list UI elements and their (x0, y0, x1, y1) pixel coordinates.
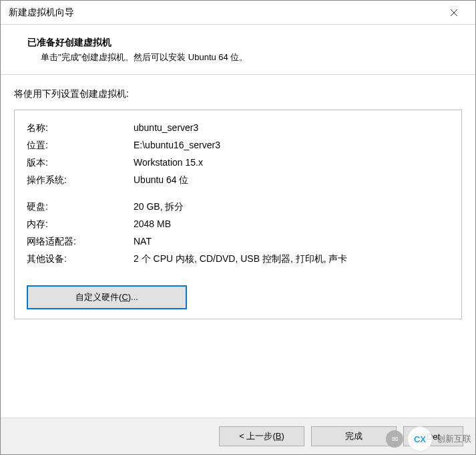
customize-hardware-button[interactable]: 自定义硬件(C)... (27, 285, 187, 309)
wizard-window: 新建虚拟机向导 已准备好创建虚拟机 单击"完成"创建虚拟机。然后可以安装 Ubu… (0, 0, 476, 455)
row-value: ubuntu_server3 (134, 120, 449, 137)
wizard-header-subtitle: 单击"完成"创建虚拟机。然后可以安装 Ubuntu 64 位。 (14, 51, 462, 63)
finish-label: 完成 (345, 431, 363, 441)
row-label: 硬盘: (27, 198, 134, 216)
cancel-label-partial: Det (427, 432, 440, 442)
table-row: 版本:Workstation 15.x (27, 154, 449, 172)
row-value: 2048 MB (134, 216, 449, 233)
table-row: 网络适配器:NAT (27, 233, 449, 251)
row-label: 其他设备: (27, 251, 134, 268)
back-button[interactable]: < 上一步(B) (219, 426, 304, 446)
spacer-row (27, 189, 449, 198)
close-icon (450, 9, 458, 17)
row-label: 位置: (27, 137, 134, 154)
intro-text: 将使用下列设置创建虚拟机: (14, 88, 462, 100)
customize-label-pre: 自定义硬件( (75, 292, 122, 302)
row-label: 内存: (27, 216, 134, 233)
wizard-button-row: < 上一步(B) 完成 Det ✉ CX 创新互联 (1, 418, 475, 454)
row-label: 版本: (27, 154, 134, 172)
wizard-header: 已准备好创建虚拟机 单击"完成"创建虚拟机。然后可以安装 Ubuntu 64 位… (1, 25, 475, 75)
row-value: NAT (134, 233, 449, 251)
table-row: 内存:2048 MB (27, 216, 449, 233)
content-area: 将使用下列设置创建虚拟机: 名称:ubuntu_server3位置:E:\ubu… (1, 75, 475, 418)
summary-box: 名称:ubuntu_server3位置:E:\ubuntu16_server3版… (14, 110, 462, 319)
summary-table: 名称:ubuntu_server3位置:E:\ubuntu16_server3版… (27, 120, 449, 268)
titlebar: 新建虚拟机向导 (1, 1, 475, 25)
customize-access-key: C (122, 292, 128, 302)
row-label: 名称: (27, 120, 134, 137)
close-button[interactable] (441, 3, 467, 23)
table-row: 位置:E:\ubuntu16_server3 (27, 137, 449, 154)
table-row: 其他设备:2 个 CPU 内核, CD/DVD, USB 控制器, 打印机, 声… (27, 251, 449, 268)
row-value: Workstation 15.x (134, 154, 449, 172)
customize-label-post: )... (128, 292, 138, 302)
table-row: 名称:ubuntu_server3 (27, 120, 449, 137)
row-label: 操作系统: (27, 172, 134, 189)
finish-button[interactable]: 完成 (311, 426, 397, 446)
row-label: 网络适配器: (27, 233, 134, 251)
window-title: 新建虚拟机向导 (9, 7, 74, 19)
back-label-pre: < 上一步( (239, 431, 276, 441)
back-label-post: ) (281, 431, 284, 441)
cancel-button-partial[interactable]: Det (403, 426, 463, 446)
row-value: 20 GB, 拆分 (134, 198, 449, 216)
wizard-header-title: 已准备好创建虚拟机 (14, 37, 462, 49)
table-row: 操作系统:Ubuntu 64 位 (27, 172, 449, 189)
table-row: 硬盘:20 GB, 拆分 (27, 198, 449, 216)
row-value: Ubuntu 64 位 (134, 172, 449, 189)
row-value: E:\ubuntu16_server3 (134, 137, 449, 154)
row-value: 2 个 CPU 内核, CD/DVD, USB 控制器, 打印机, 声卡 (134, 251, 449, 268)
